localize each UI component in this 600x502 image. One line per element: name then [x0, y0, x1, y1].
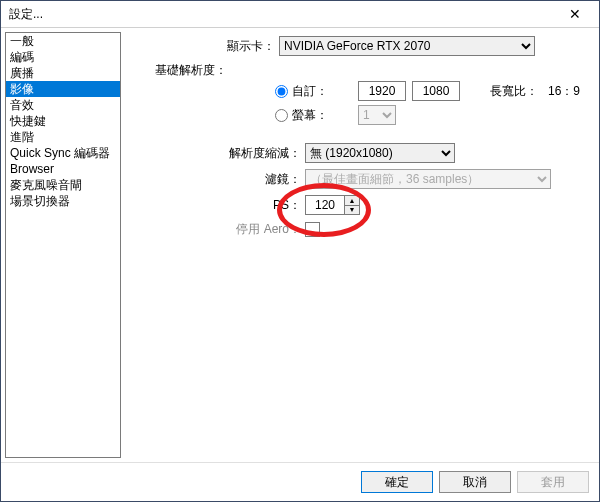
base-res-label: 基礎解析度： — [125, 62, 231, 79]
custom-height-input[interactable] — [412, 81, 460, 101]
row-display-card: 顯示卡： NVIDIA GeForce RTX 2070 — [125, 36, 589, 56]
spinner-up-icon[interactable]: ▲ — [345, 196, 359, 206]
sidebar-item-hotkeys[interactable]: 快捷鍵 — [6, 113, 120, 129]
row-custom-res: 自訂： 長寬比： 16：9 — [275, 81, 589, 101]
window-title: 設定... — [9, 6, 43, 23]
aero-label: 停用 Aero： — [125, 221, 305, 238]
cancel-button[interactable]: 取消 — [439, 471, 511, 493]
close-icon: ✕ — [569, 6, 581, 22]
radio-custom-label: 自訂： — [292, 83, 328, 100]
sidebar-item-video[interactable]: 影像 — [6, 81, 120, 97]
base-res-group: 自訂： 長寬比： 16：9 螢幕： 1 — [275, 81, 589, 125]
aspect-value: 16：9 — [548, 83, 580, 100]
spinner-down-icon[interactable]: ▼ — [345, 206, 359, 215]
window-body: 一般 編碼 廣播 影像 音效 快捷鍵 進階 Quick Sync 編碼器 Bro… — [1, 28, 599, 462]
downscale-select[interactable]: 無 (1920x1080) — [305, 143, 455, 163]
filter-label: 濾鏡： — [125, 171, 305, 188]
display-card-select[interactable]: NVIDIA GeForce RTX 2070 — [279, 36, 535, 56]
row-fps: PS： ▲ ▼ — [125, 195, 589, 215]
settings-window: 設定... ✕ 一般 編碼 廣播 影像 音效 快捷鍵 進階 Quick Sync… — [0, 0, 600, 502]
row-filter: 濾鏡： （最佳畫面細節，36 samples） — [125, 169, 589, 189]
radio-monitor[interactable] — [275, 109, 288, 122]
sidebar-item-audio[interactable]: 音效 — [6, 97, 120, 113]
sidebar-item-encoding[interactable]: 編碼 — [6, 49, 120, 65]
row-monitor-res: 螢幕： 1 — [275, 105, 589, 125]
video-settings-panel: 顯示卡： NVIDIA GeForce RTX 2070 基礎解析度： 自訂： — [125, 28, 599, 462]
display-card-label: 顯示卡： — [125, 38, 279, 55]
sidebar-item-browser[interactable]: Browser — [6, 161, 120, 177]
filter-select[interactable]: （最佳畫面細節，36 samples） — [305, 169, 551, 189]
fps-spinner[interactable]: ▲ ▼ — [305, 195, 360, 215]
sidebar-item-scene-switcher[interactable]: 場景切換器 — [6, 193, 120, 209]
fps-spinner-buttons[interactable]: ▲ ▼ — [344, 196, 359, 214]
fps-input[interactable] — [306, 196, 344, 214]
aero-checkbox[interactable] — [305, 222, 320, 237]
aspect-label: 長寬比： — [490, 83, 538, 100]
downscale-label: 解析度縮減： — [125, 145, 305, 162]
monitor-select[interactable]: 1 — [358, 105, 396, 125]
ok-button[interactable]: 確定 — [361, 471, 433, 493]
sidebar-item-advanced[interactable]: 進階 — [6, 129, 120, 145]
radio-custom[interactable] — [275, 85, 288, 98]
dialog-button-bar: 確定 取消 套用 — [1, 462, 599, 501]
window-close-button[interactable]: ✕ — [555, 1, 595, 27]
row-downscale: 解析度縮減： 無 (1920x1080) — [125, 143, 589, 163]
sidebar-item-quicksync[interactable]: Quick Sync 編碼器 — [6, 145, 120, 161]
row-aero: 停用 Aero： — [125, 221, 589, 238]
sidebar-item-broadcast[interactable]: 廣播 — [6, 65, 120, 81]
fps-label: PS： — [125, 197, 305, 214]
category-list[interactable]: 一般 編碼 廣播 影像 音效 快捷鍵 進階 Quick Sync 編碼器 Bro… — [5, 32, 121, 458]
sidebar-item-general[interactable]: 一般 — [6, 33, 120, 49]
apply-button[interactable]: 套用 — [517, 471, 589, 493]
radio-monitor-label: 螢幕： — [292, 107, 328, 124]
custom-width-input[interactable] — [358, 81, 406, 101]
titlebar: 設定... ✕ — [1, 1, 599, 28]
row-base-res: 基礎解析度： — [125, 62, 589, 79]
sidebar-item-noise-gate[interactable]: 麥克風噪音閘 — [6, 177, 120, 193]
